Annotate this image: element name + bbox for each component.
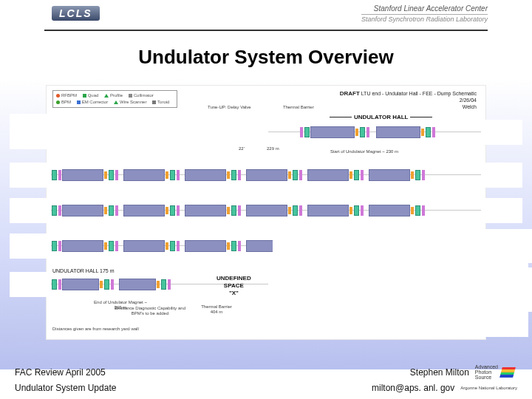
thermal-barrier-404: Thermal Barrier 404 m xyxy=(198,304,235,315)
affiliation-line1: Stanford Linear Accelerator Center xyxy=(361,4,488,13)
undefined-line1: UNDEFINED xyxy=(216,275,251,282)
dim-a: 22' xyxy=(239,146,245,151)
overlay-lower-right xyxy=(268,263,528,337)
footer-left-2: Undulator System Update xyxy=(15,383,116,393)
draft-date: 2/26/04 xyxy=(340,97,477,103)
draft-desc: LTU end - Undulator Hall - FEE - Dump Sc… xyxy=(361,91,477,96)
legend-collimator: Collimator xyxy=(134,93,154,98)
aps-logo: Advanced Photon Source xyxy=(475,364,517,380)
affiliation-line2: Stanford Synchrotron Radiation Laborator… xyxy=(361,14,488,23)
dim-b: 229 m xyxy=(267,146,279,151)
header-affiliation: Stanford Linear Accelerator Center Stanf… xyxy=(361,4,488,23)
legend-tuneup: Tune-UP: Delay Valve xyxy=(208,105,251,110)
legend-box: RFBPM Quad Profile Collimator BPM EM Cor… xyxy=(52,90,177,108)
legend-wirescanner: Wire Scanner xyxy=(120,100,146,104)
slide-header: LCLS Stanford Linear Accelerator Center … xyxy=(0,0,532,33)
footer-right-2: milton@aps. anl. gov xyxy=(372,383,454,393)
footer-left-1: FAC Review April 2005 xyxy=(15,367,106,378)
undefined-line3: "X" xyxy=(216,290,251,297)
lcls-logo: LCLS xyxy=(52,6,100,21)
beamline-row-3 xyxy=(51,198,481,223)
header-rule xyxy=(44,30,488,31)
aps-line1: Advanced xyxy=(475,364,498,369)
aps-bars-icon xyxy=(499,367,516,378)
legend-quad: Quad xyxy=(88,93,99,98)
draft-label: DRAFT xyxy=(340,90,360,97)
aps-line2: Photon xyxy=(475,369,498,375)
draft-author: Welch xyxy=(340,103,477,110)
slide-title: Undulator System Overview xyxy=(0,46,532,69)
legend-thermal: Thermal Barrier xyxy=(283,105,314,110)
legend-toroid: Toroid xyxy=(157,100,169,104)
schematic-diagram: RFBPM Quad Profile Collimator BPM EM Cor… xyxy=(46,85,486,340)
legend-emcorr: EM Corrector xyxy=(82,100,109,104)
legend-profile: Profile xyxy=(110,93,123,98)
undulator-hall-length: UNDULATOR HALL 175 m xyxy=(52,268,115,273)
slide-footer: FAC Review April 2005 Stephen Milton Adv… xyxy=(15,363,517,395)
beamline-row-4 xyxy=(51,233,481,259)
lcls-logo-wrap: LCLS xyxy=(52,6,148,27)
argonne-label: Argonne National Laboratory xyxy=(460,386,517,390)
draft-block: DRAFT LTU end - Undulator Hall - FEE - D… xyxy=(340,90,477,110)
legend-rfbpm: RFBPM xyxy=(61,93,77,98)
undefined-space: UNDEFINED SPACE "X" xyxy=(216,275,251,297)
distances-note: Distances given are from research yard w… xyxy=(52,327,139,332)
beamline-row-1 xyxy=(51,120,481,145)
legend-row: RFBPM Quad Profile Collimator BPM EM Cor… xyxy=(52,90,480,108)
start-magnet: Start of Undulator Magnet ~ 230 m xyxy=(327,149,401,154)
aps-line3: Source xyxy=(475,375,498,380)
footer-right-1: Stephen Milton xyxy=(410,367,469,378)
beamline-row-2 xyxy=(51,163,481,188)
legend-bpm: BPM xyxy=(61,100,71,104)
undefined-line2: SPACE xyxy=(216,282,251,290)
end-magnet-label: End of Undulator Magnet ~ 365 m xyxy=(91,300,150,310)
